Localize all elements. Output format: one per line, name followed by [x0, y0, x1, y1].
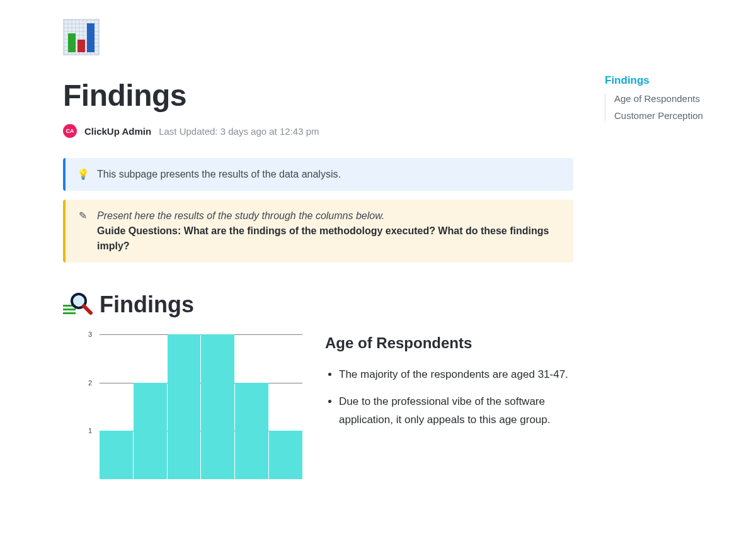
svg-line-2: [84, 306, 91, 313]
chart-bar: [235, 383, 268, 479]
chart-ytick: 2: [88, 379, 92, 387]
info-callout-text: This subpage presents the results of the…: [97, 167, 562, 182]
table-of-contents: Findings Age of RespondentsCustomer Perc…: [605, 19, 743, 504]
toc-title[interactable]: Findings: [605, 74, 743, 87]
author-avatar: CA: [63, 124, 77, 138]
updated-label: Last Updated:: [159, 126, 217, 137]
lightbulb-icon: 💡: [77, 167, 88, 182]
svg-point-1: [74, 296, 84, 306]
chart-bar: [100, 431, 133, 479]
findings-bullet: Due to the professional vibe of the soft…: [339, 393, 573, 429]
age-respondents-chart: 123: [88, 334, 302, 479]
updated-value: 3 days ago at 12:43 pm: [220, 126, 319, 137]
page-meta: CA ClickUp Admin Last Updated: 3 days ag…: [63, 124, 573, 138]
findings-bullet-list: The majority of the respondents are aged…: [325, 366, 573, 429]
findings-bullet: The majority of the respondents are aged…: [339, 366, 573, 384]
last-updated: Last Updated: 3 days ago at 12:43 pm: [159, 126, 319, 137]
chart-bar: [269, 431, 302, 479]
page-icon-bar-chart: [63, 19, 100, 55]
author-name: ClickUp Admin: [84, 126, 151, 137]
section-header: Findings: [63, 292, 573, 318]
chart-bar: [168, 334, 201, 479]
subsection-heading: Age of Respondents: [325, 334, 573, 352]
pencil-icon: ✎: [77, 208, 88, 224]
toc-item[interactable]: Age of Respondents: [614, 93, 743, 104]
guide-questions: Guide Questions: What are the findings o…: [97, 225, 549, 251]
magnifier-icon: [63, 293, 93, 317]
chart-ytick: 1: [88, 427, 92, 434]
guide-intro: Present here the results of the study th…: [97, 210, 384, 221]
guide-callout: ✎ Present here the results of the study …: [63, 200, 573, 263]
chart-bar: [201, 334, 234, 479]
info-callout: 💡 This subpage presents the results of t…: [63, 158, 573, 191]
chart-bar: [134, 383, 167, 479]
section-heading: Findings: [100, 292, 194, 318]
toc-item[interactable]: Customer Perception: [614, 110, 743, 121]
chart-ytick: 3: [88, 331, 92, 338]
page-title: Findings: [63, 78, 573, 113]
